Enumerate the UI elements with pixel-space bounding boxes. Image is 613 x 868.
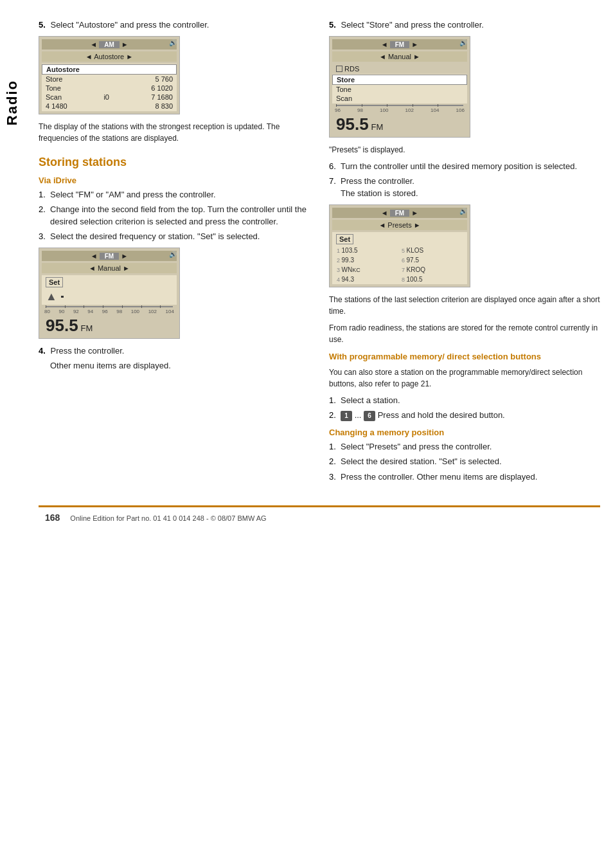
step-6: 6. Turn the controller until the desired… [329, 161, 600, 172]
footer: 168 Online Edition for Part no. 01 41 0 … [39, 505, 600, 523]
fm-store-tone-label: Tone [336, 86, 351, 93]
presets-set-label: Set [336, 234, 353, 244]
am-store-label: Store [46, 75, 62, 83]
fm-set-sub-text: ◄ Manual ► [89, 264, 130, 272]
am-menu-scan: Scan i0 7 1680 [42, 93, 177, 102]
fm-store-store-label: Store [337, 76, 355, 84]
presets-screen: ◄ FM ► 🔊 ◄ Presets ► Set 1 103.5 5 KLOS … [329, 204, 470, 287]
step-6-num: 6. [329, 161, 336, 172]
step-change-3-text: Press the controller. Other menu items a… [341, 472, 537, 482]
step-prog-2: 2. 1 ... 6 Press and hold the desired bu… [329, 410, 600, 421]
rds-label: RDS [344, 65, 359, 73]
am-screen-header: ◄ AM ► 🔊 [42, 39, 177, 50]
fm-store-header: ◄ FM ► 🔊 [332, 39, 467, 50]
step4-sub: Other menu items are displayed. [39, 361, 310, 370]
preset-6-97: 6 97.5 [400, 255, 465, 265]
fm-set-screen: ◄ FM ► 🔊 ◄ Manual ► Set ▲ [39, 248, 180, 339]
step-change-2-text: Select the desired station. "Set" is sel… [341, 457, 502, 466]
scale-102: 102 [148, 309, 157, 314]
fm-store-menu-scan: Scan [332, 94, 467, 103]
step-change-1: 1. Select "Presets" and press the contro… [329, 441, 600, 453]
step-prog-1-num: 1. [329, 395, 336, 406]
presets-grid: 1 103.5 5 KLOS 2 99.3 6 97.5 3 WNKC 7 KR… [332, 246, 467, 284]
step-prog-2-num: 2. [329, 410, 336, 421]
steps-programmable: 1. Select a station. 2. 1 ... 6 Press an… [329, 395, 600, 421]
step-via-2: 2. Change into the second field from the… [39, 204, 310, 227]
main-content: 5. Select "Autostore" and press the cont… [32, 0, 613, 542]
fm-store-scan-label: Scan [336, 95, 352, 102]
tick-5 [141, 305, 142, 308]
info-presets: "Presets" is displayed. [329, 144, 600, 156]
fm-store-rds-row: RDS [332, 64, 467, 74]
fm-set-set-label: Set [46, 277, 63, 287]
cursor-arrow-icon: ▲ [46, 290, 57, 303]
fm-set-slider [46, 306, 173, 307]
fm-set-header: ◄ FM ► 🔊 [42, 251, 177, 261]
tick-1 [65, 305, 66, 308]
am-menu-store: Store 5 760 [42, 75, 177, 84]
step4-main: Press the controller. [50, 346, 124, 356]
tick-6 [160, 305, 161, 308]
step5-left-text: Select "Autostore" and press the control… [50, 20, 209, 30]
step4-num: 4. [39, 346, 46, 356]
fm-store-menu-store: Store [332, 75, 467, 85]
tick-3 [103, 305, 103, 308]
step4-left: 4. Press the controller. [39, 345, 310, 357]
step-via-3-text: Select the desired frequency or station.… [50, 231, 260, 241]
fm-set-header-text: ◄ FM ► [91, 252, 128, 260]
step-prog-2-ellipsis: ... [355, 410, 364, 420]
preset-1-103: 1 103.5 [335, 246, 400, 255]
step-change-3: 3. Press the controller. Other menu item… [329, 471, 600, 483]
scale-92: 92 [73, 309, 79, 314]
preset-2-99: 2 99.3 [335, 255, 400, 265]
presets-sub-text: ◄ Presets ► [378, 221, 420, 229]
step-change-2: 2. Select the desired station. "Set" is … [329, 456, 600, 467]
step5-left: 5. Select "Autostore" and press the cont… [39, 19, 310, 31]
preset-7-kroq: 7 KROQ [400, 265, 465, 275]
am-screen: ◄ AM ► 🔊 ◄ Autostore ► Autostore Store 5… [39, 36, 180, 114]
step5-right-num: 5. [329, 20, 336, 30]
fm-store-sub-text: ◄ Manual ► [379, 53, 420, 60]
info-text-3: From radio readiness, the stations are s… [329, 322, 600, 345]
tick-2 [84, 305, 84, 308]
fm-store-slider [336, 105, 463, 106]
preset-4-94: 4 94.3 [335, 275, 400, 284]
am-header-text: ◄ AM ► [90, 41, 128, 48]
section-heading-storing: Storing stations [39, 156, 310, 169]
store-tick-0 [336, 104, 337, 107]
fm-set-big-freq: 95.5 FM [42, 314, 177, 336]
presets-set-row: Set [332, 232, 467, 246]
step5-left-num: 5. [39, 20, 46, 30]
fm-store-freq-value: 95.5 [336, 114, 369, 134]
scale-98: 98 [116, 309, 122, 314]
am-scan-col1: i0 [103, 93, 109, 101]
step-change-1-text: Select "Presets" and press the controlle… [341, 442, 492, 451]
info-text-2: The stations of the last selection crite… [329, 294, 600, 317]
step-change-1-num: 1. [329, 441, 336, 453]
badge-1: 1 [341, 411, 352, 421]
store-tick-1 [362, 104, 362, 107]
store-scale-104: 104 [431, 107, 439, 113]
am-store-freq: 5 760 [155, 75, 173, 83]
steps-6-7: 6. Turn the controller until the desired… [329, 161, 600, 199]
fm-store-screen: ◄ FM ► 🔊 ◄ Manual ► RDS Store Tone [329, 36, 470, 138]
am-scan-freq: 7 1680 [151, 93, 173, 101]
store-tick-4 [438, 104, 438, 107]
preset-3-wn: 3 WNKC [335, 265, 400, 275]
info-text-left: The display of the stations with the str… [39, 121, 310, 144]
scale-96: 96 [102, 309, 108, 314]
store-scale-98: 98 [357, 107, 363, 113]
fm-store-scale: 96 98 100 102 104 106 [332, 107, 467, 113]
step-via-3: 3. Select the desired frequency or stati… [39, 231, 310, 242]
step-prog-1-text: Select a station. [341, 395, 400, 405]
am-menu-row5: 4 1480 8 830 [42, 102, 177, 111]
presets-corner: 🔊 [459, 208, 467, 215]
fm-store-header-text: ◄ FM ► [381, 41, 418, 48]
steps-changing: 1. Select "Presets" and press the contro… [329, 441, 600, 483]
preset-8-100: 8 100.5 [400, 275, 465, 284]
fm-set-corner: 🔊 [169, 251, 177, 258]
presets-header: ◄ FM ► 🔊 [332, 208, 467, 218]
am-sub-header: ◄ Autostore ► [42, 51, 177, 62]
store-tick-3 [413, 104, 413, 107]
rds-checkbox [336, 66, 342, 72]
